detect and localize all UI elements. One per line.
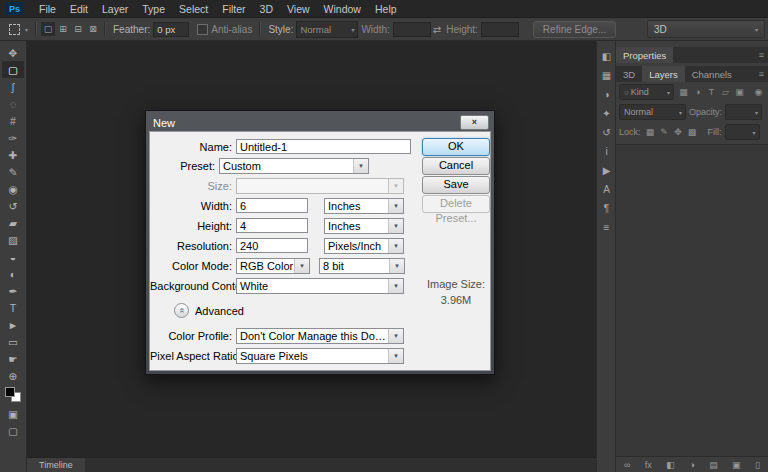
actions-panel-icon[interactable]: ▶ <box>603 165 611 176</box>
swap-dimensions-icon[interactable]: ⇄ <box>433 24 441 35</box>
adjustments-panel-icon[interactable]: ◑ <box>603 89 609 100</box>
new-layer-icon[interactable]: ▣ <box>732 460 741 470</box>
move-tool-icon[interactable]: ✥ <box>2 44 24 61</box>
healing-brush-tool-icon[interactable]: ✚ <box>2 146 24 163</box>
ok-button[interactable]: OK <box>422 138 490 156</box>
background-contents-select[interactable]: White ▼ <box>236 278 404 294</box>
menu-view[interactable]: View <box>280 0 317 17</box>
lock-all-icon[interactable]: ▩ <box>686 126 699 139</box>
width-input[interactable]: 6 <box>236 198 308 213</box>
width-input[interactable] <box>393 22 431 37</box>
panel-menu-icon[interactable]: ≡ <box>755 47 768 63</box>
swatches-panel-icon[interactable]: ▦ <box>602 70 611 81</box>
tool-preset-picker[interactable]: ▾ <box>6 22 31 37</box>
name-input[interactable]: Untitled-1 <box>236 139 411 154</box>
opacity-input[interactable]: ▾ <box>725 104 762 120</box>
quick-mask-icon[interactable]: ▣ <box>2 405 24 422</box>
screen-mode-icon[interactable]: ▢ <box>2 422 24 439</box>
filter-kind-select[interactable]: ○ Kind ▾ <box>619 84 674 100</box>
height-unit-select[interactable]: Inches ▼ <box>324 218 404 234</box>
height-input[interactable] <box>481 22 519 37</box>
menu-3d[interactable]: 3D <box>253 0 280 17</box>
style-select[interactable]: Normal ▾ <box>296 21 358 38</box>
refine-edge-button[interactable]: Refine Edge... <box>533 21 616 38</box>
filter-shape-layers-icon[interactable]: ▱ <box>719 86 732 99</box>
crop-tool-icon[interactable]: # <box>2 112 24 129</box>
tab-properties[interactable]: Properties <box>616 47 673 63</box>
tab-3d[interactable]: 3D <box>616 66 642 82</box>
lasso-tool-icon[interactable]: ʃ <box>2 78 24 95</box>
menu-window[interactable]: Window <box>317 0 368 17</box>
menu-help[interactable]: Help <box>368 0 404 17</box>
rectangular-marquee-tool-icon[interactable]: ▢ <box>2 61 24 78</box>
advanced-toggle-button[interactable]: « <box>174 303 189 318</box>
color-panel-icon[interactable]: ◧ <box>602 51 611 62</box>
tab-timeline[interactable]: Timeline <box>27 458 85 472</box>
styles-panel-icon[interactable]: ✦ <box>602 108 610 119</box>
eraser-tool-icon[interactable]: ▰ <box>2 214 24 231</box>
add-to-selection-icon[interactable]: ⊞ <box>56 22 70 36</box>
menu-file[interactable]: File <box>32 0 63 17</box>
character-panel-icon[interactable]: A <box>603 184 610 195</box>
filter-smart-objects-icon[interactable]: ▣ <box>733 86 746 99</box>
brush-tool-icon[interactable]: ✎ <box>2 163 24 180</box>
pixel-aspect-ratio-select[interactable]: Square Pixels ▼ <box>236 348 404 364</box>
width-unit-select[interactable]: Inches ▼ <box>324 198 404 214</box>
new-group-icon[interactable]: ▤ <box>709 460 718 470</box>
lock-image-pixels-icon[interactable]: ✎ <box>658 126 671 139</box>
layer-comps-panel-icon[interactable]: ≡ <box>604 222 610 233</box>
paragraph-panel-icon[interactable]: ¶ <box>604 203 609 214</box>
close-button[interactable]: × <box>460 115 489 130</box>
menu-type[interactable]: Type <box>135 0 172 17</box>
quick-selection-tool-icon[interactable]: ◌ <box>2 95 24 112</box>
eyedropper-tool-icon[interactable]: ✑ <box>2 129 24 146</box>
menu-edit[interactable]: Edit <box>63 0 95 17</box>
gradient-tool-icon[interactable]: ▨ <box>2 231 24 248</box>
lock-transparent-pixels-icon[interactable]: ▦ <box>644 126 657 139</box>
fill-input[interactable]: ▾ <box>725 124 760 140</box>
dialog-title-bar[interactable]: New × <box>149 114 491 131</box>
filter-pixel-layers-icon[interactable]: ▦ <box>677 86 690 99</box>
filter-type-layers-icon[interactable]: T <box>705 86 718 99</box>
pen-tool-icon[interactable]: ✒ <box>2 282 24 299</box>
height-input[interactable]: 4 <box>236 218 308 233</box>
cancel-button[interactable]: Cancel <box>422 157 490 175</box>
preset-select[interactable]: Custom ▼ <box>219 158 369 174</box>
adjustment-layer-icon[interactable]: ◑ <box>689 460 694 470</box>
dodge-tool-icon[interactable]: ◐ <box>2 265 24 282</box>
anti-alias-checkbox[interactable] <box>197 24 208 35</box>
history-brush-tool-icon[interactable]: ↺ <box>2 197 24 214</box>
link-layers-icon[interactable]: ∞ <box>624 460 630 470</box>
blur-tool-icon[interactable]: ◒ <box>2 248 24 265</box>
foreground-color-swatch[interactable] <box>5 387 15 397</box>
info-panel-icon[interactable]: i <box>605 146 607 157</box>
tab-channels[interactable]: Channels <box>685 66 739 82</box>
rectangle-tool-icon[interactable]: ▭ <box>2 333 24 350</box>
feather-input[interactable]: 0 px <box>153 22 189 37</box>
color-mode-select[interactable]: RGB Color ▼ <box>236 258 310 274</box>
workspace-switcher[interactable]: 3D ▾ <box>647 20 765 38</box>
save-preset-button[interactable]: Save Preset... <box>422 176 490 194</box>
menu-filter[interactable]: Filter <box>215 0 252 17</box>
type-tool-icon[interactable]: T <box>2 299 24 316</box>
filter-toggle-icon[interactable]: ◉ <box>752 86 765 99</box>
delete-layer-icon[interactable]: ▯ <box>755 460 760 470</box>
panel-menu-icon[interactable]: ≡ <box>755 66 768 82</box>
menu-select[interactable]: Select <box>172 0 215 17</box>
resolution-unit-select[interactable]: Pixels/Inch ▼ <box>324 238 404 254</box>
subtract-from-selection-icon[interactable]: ⊟ <box>71 22 85 36</box>
blend-mode-select[interactable]: Normal ▾ <box>619 104 686 120</box>
layer-mask-icon[interactable]: ◧ <box>666 460 675 470</box>
filter-adjustment-layers-icon[interactable]: ◑ <box>691 86 704 99</box>
lock-position-icon[interactable]: ✥ <box>672 126 685 139</box>
layer-style-icon[interactable]: fx <box>645 460 652 470</box>
history-panel-icon[interactable]: ↺ <box>602 127 610 138</box>
tab-layers[interactable]: Layers <box>642 66 685 82</box>
hand-tool-icon[interactable]: ☛ <box>2 350 24 367</box>
clone-stamp-tool-icon[interactable]: ◉ <box>2 180 24 197</box>
bit-depth-select[interactable]: 8 bit ▼ <box>319 258 405 274</box>
new-selection-icon[interactable]: ▢ <box>41 22 55 36</box>
color-profile-select[interactable]: Don't Color Manage this Document ▼ <box>236 328 404 344</box>
foreground-background-swatches[interactable] <box>5 387 21 402</box>
zoom-tool-icon[interactable]: ⊕ <box>2 367 24 384</box>
